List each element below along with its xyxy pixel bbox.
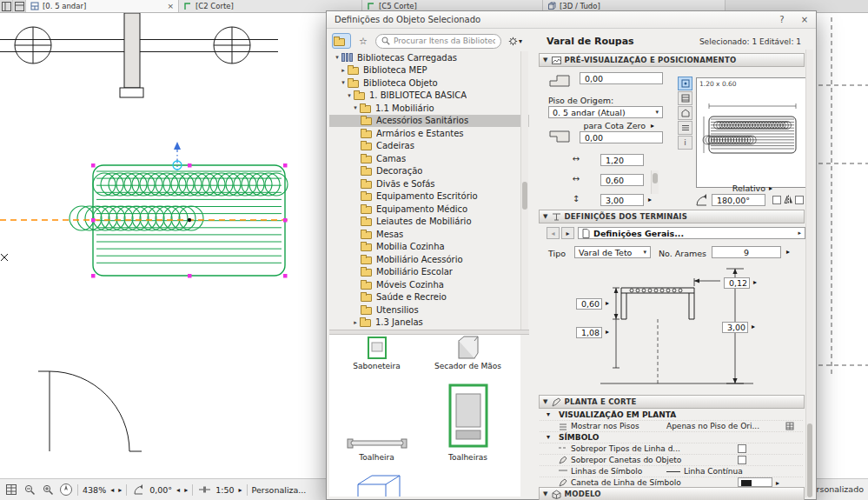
favorites-button[interactable]: ☆ bbox=[354, 33, 373, 49]
collapse-icon[interactable]: ▾ bbox=[345, 92, 354, 99]
zoom-decrease-icon[interactable]: ◂ bbox=[110, 486, 114, 494]
relative-angle-checkbox[interactable] bbox=[795, 196, 804, 204]
preview-elevation-button[interactable] bbox=[678, 91, 692, 105]
total-spinner-icon[interactable]: ▸ bbox=[752, 323, 755, 330]
zoom-increase-icon[interactable]: ▸ bbox=[118, 486, 122, 494]
preview-plan-button[interactable] bbox=[678, 77, 692, 90]
mirror-checkbox[interactable] bbox=[772, 196, 781, 204]
fields-scrollbar-thumb[interactable] bbox=[653, 173, 658, 183]
low-dim-field[interactable]: 1,08 bbox=[576, 327, 602, 338]
tree-item-moveis-cozinha[interactable]: Móveis Cozinha bbox=[329, 278, 529, 291]
rotate-view-icon[interactable] bbox=[131, 483, 145, 497]
rotation-angle-field[interactable]: 180,00° bbox=[712, 194, 765, 206]
tree-item-mobiliario-escolar[interactable]: Mobiliário Escolar bbox=[329, 266, 529, 279]
height-flyout-icon[interactable]: ▸ bbox=[648, 196, 652, 203]
tree-item-biblioteca-mep[interactable]: ▸Biblioteca MEP bbox=[329, 64, 529, 77]
row-value[interactable]: Linha Contínua bbox=[666, 467, 743, 476]
scale-menu-icon[interactable]: ▸ bbox=[238, 486, 242, 494]
preview-list-button[interactable] bbox=[678, 121, 692, 135]
settings-page-select[interactable]: Definições Gerais... ▸ bbox=[578, 227, 805, 239]
dialog-titlebar[interactable]: Definições do Objeto Selecionado bbox=[327, 11, 816, 29]
tree-item-mobilia-cozinha[interactable]: Mobilia Cozinha bbox=[329, 241, 529, 254]
tree-item-saude-e-recreio[interactable]: Saúde e Recreio bbox=[329, 291, 529, 304]
preview-3d-button[interactable] bbox=[678, 106, 692, 120]
tree-item-acessorios-sanitarios[interactable]: Acessórios Sanitários bbox=[329, 115, 529, 128]
object-preview-box[interactable]: 1.20 x 0.60 bbox=[696, 77, 807, 188]
tree-item-janelas[interactable]: ▸1.3 Janelas bbox=[329, 317, 529, 330]
arames-flyout-icon[interactable]: ▸ bbox=[786, 248, 790, 256]
override-pens-checkbox[interactable] bbox=[738, 456, 746, 464]
tab-close-icon[interactable]: × bbox=[167, 2, 174, 10]
low-spinner-icon[interactable]: ▸ bbox=[606, 328, 609, 336]
width-field[interactable]: 1,20 bbox=[600, 154, 644, 166]
planta-row-sobrepor-canetas[interactable]: Sobrepor Canetas do Objeto bbox=[540, 455, 803, 466]
relative-flyout-icon[interactable]: ▸ bbox=[769, 184, 772, 192]
offset-spinner-icon[interactable]: ▸ bbox=[753, 278, 757, 286]
customize-left-button[interactable]: Personaliza... bbox=[252, 485, 307, 495]
tree-item-equipamento-medico[interactable]: Equipamento Médico bbox=[329, 203, 529, 216]
library-item-toalheiras[interactable]: Toalheiras bbox=[422, 380, 514, 462]
origin-floor-select[interactable]: 0. 5 andar (Atual) ▾ bbox=[548, 106, 663, 118]
elevation-top-field[interactable]: 0,00 bbox=[580, 72, 663, 84]
planta-row-sobrepor-linhas[interactable]: Sobrepor Tipos de Linha d... bbox=[540, 443, 803, 455]
planta-group-visualizacao[interactable]: ▾ VISUALIZAÇÃO EM PLANTA bbox=[540, 410, 803, 421]
dialog-close-button[interactable]: × bbox=[798, 14, 811, 26]
cota-zero-flyout-icon[interactable]: ▸ bbox=[651, 122, 654, 130]
page-next-button[interactable]: ▸ bbox=[561, 227, 574, 239]
collapse-icon[interactable]: ▾ bbox=[339, 79, 348, 86]
tree-item-biblioteca-basica[interactable]: ▾1. BIBLIOTECA BÁSICA bbox=[329, 90, 529, 103]
total-height-field[interactable]: 3,00 bbox=[722, 322, 748, 333]
collapse-icon[interactable]: ▾ bbox=[351, 104, 360, 111]
folder-view-button[interactable] bbox=[332, 33, 351, 49]
tree-scrollbar[interactable] bbox=[520, 51, 528, 330]
tree-item-equipamento-escritorio[interactable]: Equipamento Escritório bbox=[329, 190, 529, 203]
symbol-pen-chip-field[interactable] bbox=[738, 477, 772, 487]
override-lines-checkbox[interactable] bbox=[738, 444, 746, 453]
tree-item-cadeiras[interactable]: Cadeiras bbox=[329, 140, 529, 153]
page-prev-button[interactable]: ◂ bbox=[547, 227, 560, 239]
elevation-bottom-field[interactable]: 0,00 bbox=[580, 131, 663, 143]
side-dim-field[interactable]: 0,60 bbox=[576, 298, 602, 310]
settings-scrollbar-thumb[interactable] bbox=[807, 423, 812, 497]
expand-icon[interactable]: ▸ bbox=[351, 319, 360, 326]
tree-item-mesas[interactable]: Mesas bbox=[329, 228, 529, 241]
zoom-level-value[interactable]: 438% bbox=[83, 485, 106, 495]
library-item-saboneteira[interactable]: Saboneteira bbox=[331, 335, 422, 370]
rotation-decrease-icon[interactable]: ◂ bbox=[176, 486, 180, 494]
tree-item-utensilios[interactable]: Utensilios bbox=[329, 303, 529, 317]
height-field[interactable]: 3,00 bbox=[600, 194, 644, 206]
planta-row-linhas-simbolo[interactable]: Linhas de Símbolo Linha Contínua bbox=[540, 466, 803, 477]
zoom-in-icon[interactable] bbox=[41, 483, 55, 497]
section-terminais-header[interactable]: ▼ DEFINIÇÕES DOS TERMINAIS bbox=[539, 210, 805, 223]
tree-item-bibliotecas-carregadas[interactable]: ▾Bibliotecas Carregadas bbox=[329, 51, 529, 64]
expand-icon[interactable]: ▸ bbox=[339, 67, 348, 74]
tree-item-decoracao[interactable]: Decoração bbox=[329, 165, 529, 178]
rotation-increase-icon[interactable]: ▸ bbox=[184, 486, 188, 494]
tree-item-divas-e-sofas[interactable]: Divãs e Sofás bbox=[329, 177, 529, 190]
planta-group-simbolo[interactable]: ▾ SÍMBOLO bbox=[540, 432, 803, 443]
preview-info-button[interactable]: i bbox=[678, 136, 692, 150]
tipo-select[interactable]: Varal de Teto ▾ bbox=[574, 246, 651, 258]
side-spinner-icon[interactable]: ▸ bbox=[606, 299, 609, 307]
group-collapse-icon[interactable]: ▾ bbox=[547, 433, 550, 441]
tree-item-biblioteca-objeto[interactable]: ▾Biblioteca Objeto bbox=[329, 77, 529, 90]
offset-dim-field[interactable]: 0,12 bbox=[724, 277, 750, 289]
view-rotation-value[interactable]: 0,00° bbox=[149, 485, 172, 495]
library-item-secador-de-maos[interactable]: Secador de Mãos bbox=[422, 335, 514, 370]
arames-field[interactable]: 9 bbox=[712, 246, 781, 258]
tree-item-leiautes-de-mobiliario[interactable]: Leiautes de Mobiliário bbox=[329, 216, 529, 229]
depth-field[interactable]: 0,60 bbox=[600, 174, 644, 186]
tree-item-mobiliario-acessorio[interactable]: Mobiliário Acessório bbox=[329, 253, 529, 266]
section-preview-header[interactable]: ▼ PRÉ-VISUALIZAÇÃO E POSICIONAMENTO bbox=[539, 53, 805, 67]
scale-slider-icon[interactable] bbox=[197, 483, 211, 497]
library-search-box[interactable] bbox=[375, 34, 501, 49]
settings-scrollbar[interactable] bbox=[805, 50, 813, 497]
library-item-toalheira[interactable]: Toalheira bbox=[331, 380, 422, 462]
library-item-partial[interactable] bbox=[331, 474, 422, 497]
row-value[interactable]: Apenas no Piso de Ori... bbox=[666, 422, 759, 430]
organizer-icon[interactable] bbox=[13, 0, 26, 12]
pen-spinner-icon[interactable]: ▸ bbox=[776, 479, 779, 487]
planta-row-mostrar-pisos[interactable]: Mostrar nos Pisos Apenas no Piso de Ori.… bbox=[540, 421, 803, 432]
zoom-out-icon[interactable] bbox=[23, 483, 36, 497]
section-modelo-header[interactable]: ▼ MODELO bbox=[539, 487, 805, 500]
